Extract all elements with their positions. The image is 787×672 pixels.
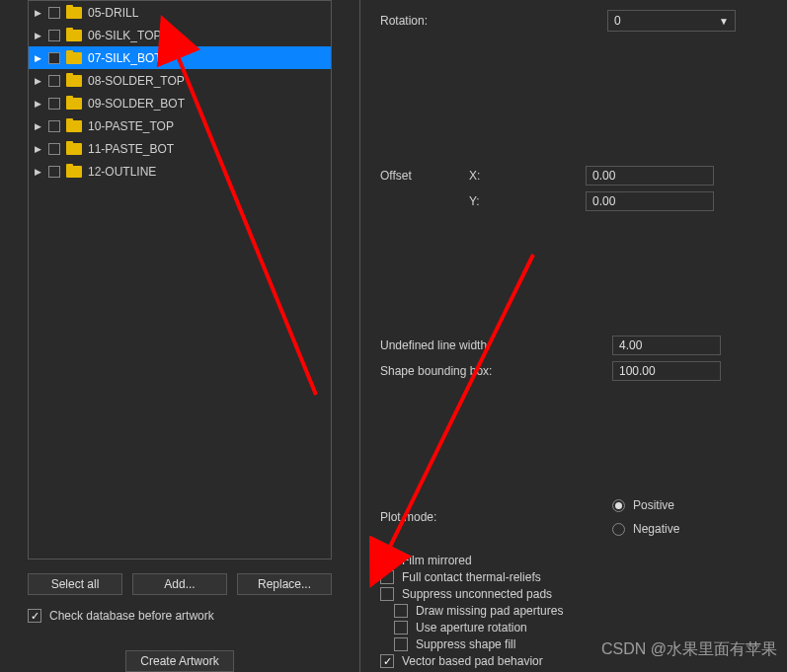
check-db-checkbox[interactable] bbox=[28, 609, 41, 623]
draw-missing-checkbox[interactable] bbox=[394, 604, 408, 618]
tree-row[interactable]: ▶ 10-PASTE_TOP bbox=[29, 114, 331, 137]
positive-label: Positive bbox=[633, 498, 674, 512]
tree-label: 06-SILK_TOP bbox=[88, 29, 331, 42]
expand-icon[interactable]: ▶ bbox=[33, 8, 42, 18]
ulw-label: Undefined line width: bbox=[380, 338, 518, 352]
negative-radio[interactable] bbox=[612, 523, 625, 536]
film-mirrored-checkbox[interactable] bbox=[380, 554, 394, 567]
check-db-label: Check database before artwork bbox=[49, 609, 214, 623]
row-checkbox[interactable] bbox=[48, 120, 60, 132]
folder-icon bbox=[66, 166, 82, 178]
tree-row[interactable]: ▶ 09-SOLDER_BOT bbox=[29, 92, 331, 114]
draw-missing-label: Draw missing pad apertures bbox=[416, 604, 563, 618]
row-checkbox[interactable] bbox=[48, 52, 60, 64]
film-mirrored-label: Film mirrored bbox=[402, 554, 472, 567]
row-checkbox[interactable] bbox=[48, 166, 60, 178]
tree-label: 12-OUTLINE bbox=[88, 165, 331, 179]
rotation-value: 0 bbox=[614, 14, 621, 28]
expand-icon[interactable]: ▶ bbox=[33, 121, 42, 131]
folder-icon bbox=[66, 143, 82, 155]
sbb-input[interactable] bbox=[612, 361, 721, 381]
tree-label: 09-SOLDER_BOT bbox=[88, 97, 331, 111]
row-checkbox[interactable] bbox=[48, 143, 60, 155]
tree-row[interactable]: ▶ 06-SILK_TOP bbox=[29, 24, 331, 46]
folder-icon bbox=[66, 120, 82, 132]
row-checkbox[interactable] bbox=[48, 7, 60, 19]
rotation-label: Rotation: bbox=[380, 14, 469, 28]
row-checkbox[interactable] bbox=[48, 30, 60, 41]
full-contact-checkbox[interactable] bbox=[380, 570, 394, 584]
positive-radio[interactable] bbox=[612, 499, 625, 512]
row-checkbox[interactable] bbox=[48, 75, 60, 87]
tree-row[interactable]: ▶ 11-PASTE_BOT bbox=[29, 137, 331, 160]
tree-label: 05-DRILL bbox=[88, 6, 331, 20]
suppress-unconnected-label: Suppress unconnected pads bbox=[402, 587, 552, 601]
folder-icon bbox=[66, 75, 82, 87]
negative-label: Negative bbox=[633, 522, 679, 536]
expand-icon[interactable]: ▶ bbox=[33, 53, 42, 63]
vector-based-checkbox[interactable] bbox=[380, 654, 394, 668]
y-label: Y: bbox=[469, 194, 487, 208]
folder-icon bbox=[66, 30, 82, 41]
expand-icon[interactable]: ▶ bbox=[33, 144, 42, 154]
right-panel: Rotation: 0 ▼ Offset X: Y: Undefined lin… bbox=[360, 0, 787, 672]
tree-row-selected[interactable]: ▶ 07-SILK_BOT bbox=[29, 46, 331, 69]
suppress-shape-checkbox[interactable] bbox=[394, 637, 408, 651]
tree-button-row: Select all Add... Replace... bbox=[28, 573, 332, 595]
tree-label: 07-SILK_BOT bbox=[88, 51, 331, 65]
expand-icon[interactable]: ▶ bbox=[33, 99, 42, 109]
use-aperture-checkbox[interactable] bbox=[394, 621, 408, 635]
layer-tree[interactable]: ▶ 05-DRILL ▶ 06-SILK_TOP ▶ 07-SILK_BOT ▶ bbox=[28, 0, 332, 560]
folder-icon bbox=[66, 7, 82, 19]
x-label: X: bbox=[469, 169, 487, 183]
suppress-shape-label: Suppress shape fill bbox=[416, 637, 515, 651]
use-aperture-label: Use aperture rotation bbox=[416, 621, 527, 635]
select-all-button[interactable]: Select all bbox=[28, 573, 122, 595]
row-checkbox[interactable] bbox=[48, 98, 60, 110]
tree-row[interactable]: ▶ 12-OUTLINE bbox=[29, 160, 331, 183]
offset-label: Offset bbox=[380, 169, 469, 183]
expand-icon[interactable]: ▶ bbox=[33, 76, 42, 86]
vector-based-label: Vector based pad behavior bbox=[402, 654, 543, 668]
check-db-row: Check database before artwork bbox=[28, 609, 332, 623]
sbb-label: Shape bounding box: bbox=[380, 364, 518, 378]
offset-x-input[interactable] bbox=[586, 166, 714, 186]
create-artwork-button[interactable]: Create Artwork bbox=[125, 650, 234, 672]
expand-icon[interactable]: ▶ bbox=[33, 31, 42, 40]
tree-row[interactable]: ▶ 08-SOLDER_TOP bbox=[29, 69, 331, 92]
chevron-down-icon: ▼ bbox=[719, 16, 729, 27]
left-panel: ▶ 05-DRILL ▶ 06-SILK_TOP ▶ 07-SILK_BOT ▶ bbox=[0, 0, 360, 672]
add-button[interactable]: Add... bbox=[132, 573, 227, 595]
folder-icon bbox=[66, 52, 82, 64]
offset-y-input[interactable] bbox=[586, 191, 714, 211]
tree-label: 11-PASTE_BOT bbox=[88, 142, 331, 156]
full-contact-label: Full contact thermal-reliefs bbox=[402, 570, 541, 584]
expand-icon[interactable]: ▶ bbox=[33, 167, 42, 177]
suppress-unconnected-checkbox[interactable] bbox=[380, 587, 394, 601]
folder-icon bbox=[66, 98, 82, 110]
plot-mode-label: Plot mode: bbox=[380, 510, 518, 524]
tree-label: 08-SOLDER_TOP bbox=[88, 74, 331, 88]
tree-row[interactable]: ▶ 05-DRILL bbox=[29, 1, 331, 24]
ulw-input[interactable] bbox=[612, 336, 721, 355]
rotation-combo[interactable]: 0 ▼ bbox=[607, 10, 736, 32]
replace-button[interactable]: Replace... bbox=[237, 573, 332, 595]
tree-label: 10-PASTE_TOP bbox=[88, 119, 331, 133]
